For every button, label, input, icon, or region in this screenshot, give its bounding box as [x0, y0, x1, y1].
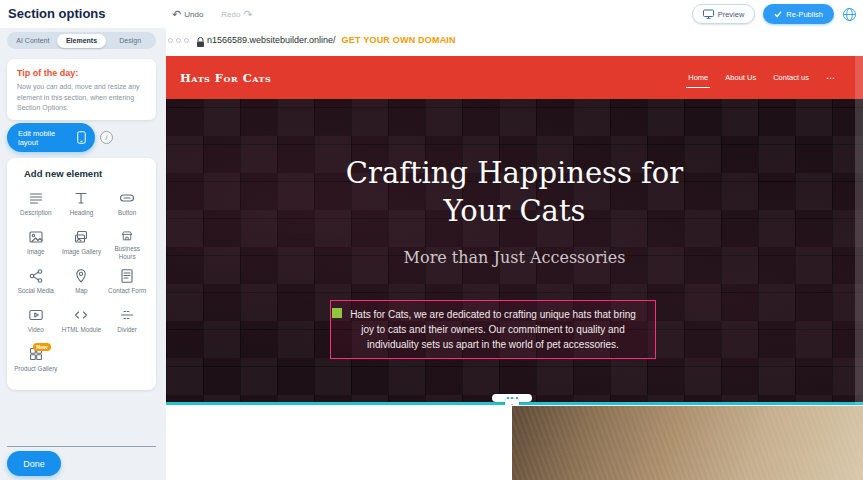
heading-icon — [73, 190, 89, 206]
check-icon — [774, 10, 782, 18]
button-icon — [119, 190, 135, 206]
monitor-icon — [703, 9, 714, 19]
element-divider[interactable]: Divider — [104, 303, 150, 341]
done-button[interactable]: Done — [7, 451, 61, 476]
tab-ai-content[interactable]: AI Content — [9, 34, 58, 48]
element-label: Product Gallery — [14, 365, 57, 373]
nav-about-us[interactable]: About Us — [725, 73, 756, 82]
element-map[interactable]: Map — [59, 264, 105, 302]
cat-photo-image[interactable] — [512, 406, 863, 480]
topbar-actions: Preview Re-Publish — [692, 4, 857, 24]
hero-paragraph-selected[interactable]: Hats for Cats, we are dedicated to craft… — [330, 300, 656, 359]
window-dot — [176, 38, 181, 43]
app-window: Section options ↶ Undo Redo ↷ Preview — [0, 0, 863, 480]
sidebar-tabs: AI Content Elements Design — [7, 32, 156, 49]
tab-elements[interactable]: Elements — [57, 34, 106, 48]
element-label: Description — [20, 209, 52, 217]
element-label: Image — [27, 248, 45, 256]
image-gallery-icon — [73, 229, 89, 245]
topbar: Section options ↶ Undo Redo ↷ Preview — [0, 0, 863, 28]
social-media-icon — [28, 268, 44, 284]
edit-mobile-layout-button[interactable]: Edit mobile layout — [7, 123, 95, 152]
preview-button[interactable]: Preview — [692, 4, 756, 24]
element-contact-form[interactable]: Contact Form — [104, 264, 150, 302]
page-title: Section options — [8, 6, 106, 21]
republish-button[interactable]: Re-Publish — [763, 4, 834, 24]
site-logo[interactable]: Hats For Cats — [180, 71, 271, 85]
hero-paragraph-text: Hats for Cats, we are dedicated to craft… — [350, 309, 636, 350]
site-preview: Hats For Cats Home About Us Contact us ⋯… — [166, 56, 863, 480]
element-label: Button — [118, 209, 136, 217]
hero-heading[interactable]: Crafting Happiness for Your Cats — [320, 154, 710, 231]
new-badge: New — [33, 343, 50, 351]
redo-button[interactable]: Redo ↷ — [221, 9, 252, 20]
browser-window-dots — [168, 38, 189, 43]
video-icon — [28, 307, 44, 323]
window-dot — [184, 38, 189, 43]
tip-title: Tip of the day: — [17, 68, 146, 78]
phone-icon — [77, 131, 86, 144]
republish-label: Re-Publish — [786, 10, 823, 19]
info-icon[interactable]: i — [100, 131, 113, 144]
redo-icon: ↷ — [243, 9, 252, 20]
contact-form-icon — [119, 268, 135, 284]
hero-section[interactable]: Crafting Happiness for Your Cats More th… — [166, 99, 863, 404]
undo-icon: ↶ — [172, 9, 181, 20]
history-controls: ↶ Undo Redo ↷ — [172, 0, 253, 28]
element-html-module[interactable]: HTML Module — [59, 303, 105, 341]
element-label: Image Gallery — [62, 248, 101, 256]
nav-contact-us[interactable]: Contact us — [773, 73, 809, 82]
tip-card: Tip of the day: Now you can add, move an… — [7, 59, 156, 120]
nav-more-icon[interactable]: ⋯ — [826, 73, 836, 83]
element-video[interactable]: Video — [13, 303, 59, 341]
preview-label: Preview — [718, 10, 745, 19]
sidebar: AI Content Elements Design Tip of the da… — [0, 28, 166, 480]
html-module-icon — [73, 307, 89, 323]
undo-button[interactable]: ↶ Undo — [172, 9, 203, 20]
address-bar: n1566589.websitebuilder.online/ GET YOUR… — [207, 35, 456, 45]
add-panel-title: Add new element — [24, 168, 150, 179]
add-element-panel: Add new element Description Heading Butt… — [7, 158, 156, 390]
globe-icon[interactable] — [842, 7, 857, 22]
site-header: Hats For Cats Home About Us Contact us ⋯ — [166, 56, 863, 99]
element-label: Heading — [70, 209, 93, 217]
element-social-media[interactable]: Social Media — [13, 264, 59, 302]
sidebar-divider — [7, 446, 156, 447]
edit-mobile-label: Edit mobile layout — [18, 129, 77, 147]
site-nav: Home About Us Contact us ⋯ — [688, 56, 836, 99]
tab-design[interactable]: Design — [106, 34, 155, 48]
element-label: Divider — [117, 326, 137, 334]
divider-icon — [119, 307, 135, 323]
description-icon — [28, 190, 44, 206]
element-image-gallery[interactable]: Image Gallery — [59, 225, 105, 263]
preview-scrollbar[interactable] — [855, 56, 863, 404]
element-label: Business Hours — [105, 245, 149, 261]
undo-label: Undo — [184, 10, 203, 19]
element-heading[interactable]: Heading — [59, 186, 105, 224]
element-label: Contact Form — [108, 287, 146, 295]
element-label: Map — [75, 287, 87, 295]
element-label: Social Media — [18, 287, 54, 295]
image-icon — [28, 229, 44, 245]
map-icon — [73, 268, 89, 284]
hero-subheading[interactable]: More than Just Accessories — [404, 248, 626, 267]
site-url: n1566589.websitebuilder.online/ — [207, 35, 336, 45]
get-domain-link[interactable]: GET YOUR OWN DOMAIN — [342, 35, 456, 45]
element-business-hours[interactable]: Business Hours — [104, 225, 150, 263]
element-product-gallery[interactable]: New Product Gallery — [13, 342, 59, 380]
drag-handle-green[interactable] — [332, 308, 342, 318]
element-button[interactable]: Button — [104, 186, 150, 224]
nav-home[interactable]: Home — [688, 73, 708, 82]
element-description[interactable]: Description — [13, 186, 59, 224]
element-label: Video — [28, 326, 44, 334]
element-label: HTML Module — [62, 326, 101, 334]
tip-body: Now you can add, move and resize any ele… — [17, 82, 146, 114]
element-image[interactable]: Image — [13, 225, 59, 263]
window-dot — [168, 38, 173, 43]
lock-icon — [196, 34, 205, 52]
next-section — [166, 405, 863, 480]
elements-grid: Description Heading Button Image Image G… — [13, 186, 150, 380]
business-hours-icon — [119, 229, 135, 242]
redo-label: Redo — [221, 10, 240, 19]
